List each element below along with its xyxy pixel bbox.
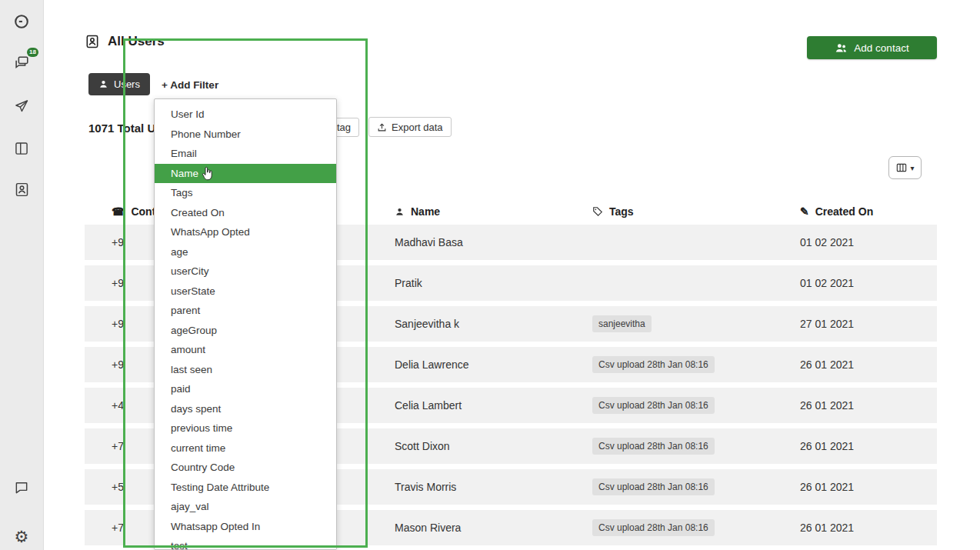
filter-option[interactable]: Whatsapp Opted In [155, 517, 336, 537]
export-data-button[interactable]: Export data [368, 117, 452, 137]
tags-cell: sanjeevitha [592, 315, 800, 332]
filter-option[interactable]: paid [155, 379, 336, 399]
add-filter-button[interactable]: + Add Filter [162, 79, 218, 91]
filter-option[interactable]: Tags [155, 183, 336, 203]
name-cell: Mason Rivera [395, 522, 592, 534]
name-cell: Delia Lawrence [395, 358, 592, 371]
pencil-icon: ✎ [800, 205, 809, 218]
filter-option[interactable]: userCity [155, 262, 336, 282]
users-segment-button[interactable]: Users [88, 73, 150, 95]
column-header-created-on[interactable]: ✎ Created On [800, 205, 937, 218]
inbox-icon[interactable]: 18 [11, 52, 32, 74]
created-cell: 26 01 2021 [800, 440, 937, 452]
filter-option[interactable]: current time [155, 438, 336, 458]
created-cell: 26 01 2021 [800, 481, 937, 493]
filter-option[interactable]: WhatsApp Opted [155, 222, 336, 242]
page-title: All Users [85, 34, 165, 49]
settings-icon[interactable]: ⚙ [11, 525, 32, 547]
filter-option[interactable]: test [155, 536, 336, 550]
created-cell: 01 02 2021 [800, 277, 937, 289]
tag-chip: Csv upload 28th Jan 08:16 [592, 397, 715, 414]
tags-cell: Csv upload 28th Jan 08:16 [592, 478, 800, 495]
tags-cell: Csv upload 28th Jan 08:16 [592, 397, 800, 414]
created-cell: 27 01 2021 [800, 318, 937, 330]
filter-option[interactable]: userState [155, 282, 336, 302]
column-selector-button[interactable]: ▾ [888, 156, 922, 179]
filter-option[interactable]: last seen [155, 360, 336, 380]
filter-option-highlighted[interactable]: Name [155, 164, 336, 184]
columns-icon [895, 162, 908, 174]
name-cell: Celia Lambert [395, 399, 592, 412]
filter-dropdown-menu: User Id Phone Number Email Name Tags Cre… [154, 98, 337, 550]
chat-icon[interactable] [11, 477, 32, 498]
tag-chip: sanjeevitha [592, 315, 652, 332]
tag-chip: Csv upload 28th Jan 08:16 [592, 478, 715, 495]
created-cell: 26 01 2021 [800, 358, 937, 371]
tags-cell: Csv upload 28th Jan 08:16 [592, 519, 800, 536]
tags-cell: Csv upload 28th Jan 08:16 [592, 438, 800, 455]
person-icon [98, 79, 108, 89]
board-icon[interactable] [11, 138, 32, 159]
created-cell: 26 01 2021 [800, 522, 937, 534]
filter-option[interactable]: days spent [155, 399, 336, 419]
filter-option[interactable]: Phone Number [155, 125, 336, 145]
name-cell: Travis Morris [395, 481, 592, 493]
name-cell: Pratik [395, 277, 592, 289]
created-cell: 26 01 2021 [800, 399, 937, 412]
filter-option[interactable]: age [155, 242, 336, 262]
tag-chip: Csv upload 28th Jan 08:16 [592, 356, 715, 373]
unread-badge: 18 [27, 48, 38, 57]
filter-option[interactable]: ageGroup [155, 321, 336, 341]
contacts-icon[interactable] [11, 178, 32, 200]
filter-option[interactable]: User Id [155, 105, 336, 125]
chevron-down-icon: ▾ [910, 164, 914, 172]
tag-chip: Csv upload 28th Jan 08:16 [592, 438, 715, 455]
users-title-icon [85, 34, 100, 49]
filter-option[interactable]: previous time [155, 418, 336, 438]
filter-option[interactable]: Email [155, 144, 336, 164]
filter-option[interactable]: ajay_val [155, 497, 336, 517]
users-segment-label: Users [114, 78, 140, 90]
add-contact-button[interactable]: Add contact [807, 36, 937, 59]
tag-icon [592, 206, 603, 217]
upload-icon [377, 122, 387, 132]
add-contact-icon [835, 42, 848, 55]
person-icon [395, 207, 405, 217]
column-header-name[interactable]: Name [395, 205, 592, 218]
column-header-tags[interactable]: Tags [592, 205, 800, 218]
page-title-label: All Users [108, 34, 165, 49]
name-cell: Scott Dixon [395, 440, 592, 452]
export-data-label: Export data [392, 122, 443, 133]
filter-option[interactable]: Country Code [155, 458, 336, 478]
filter-option[interactable]: Created On [155, 203, 336, 223]
filter-option[interactable]: Testing Date Attribute [155, 478, 336, 498]
tag-chip: Csv upload 28th Jan 08:16 [592, 519, 715, 536]
tags-cell: Csv upload 28th Jan 08:16 [592, 356, 800, 373]
created-cell: 01 02 2021 [800, 236, 937, 248]
filter-option[interactable]: parent [155, 301, 336, 321]
logo-icon[interactable] [11, 11, 32, 32]
add-contact-label: Add contact [854, 42, 908, 54]
name-cell: Madhavi Basa [395, 236, 592, 248]
send-icon[interactable] [11, 95, 32, 117]
filter-option[interactable]: amount [155, 340, 336, 360]
name-cell: Sanjeevitha k [395, 318, 592, 330]
sidebar: 18 ⚙ [0, 0, 44, 550]
phone-icon: ☎ [112, 205, 125, 218]
